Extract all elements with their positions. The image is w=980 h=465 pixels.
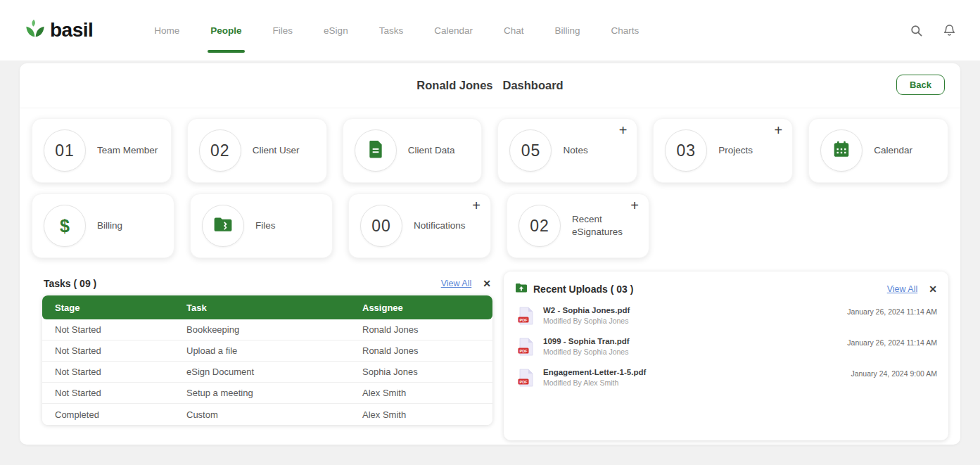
stat-card-billing[interactable]: $ Billing <box>32 193 174 258</box>
add-note-button[interactable]: + <box>619 123 628 137</box>
nav-item-calendar[interactable]: Calendar <box>433 21 474 40</box>
calendar-icon <box>832 140 851 161</box>
client-name: Ronald Jones <box>416 79 492 92</box>
nav-item-billing[interactable]: Billing <box>553 21 581 40</box>
icon-circle: $ <box>44 205 86 247</box>
card-label: Files <box>255 219 276 232</box>
icon-circle <box>355 129 397 172</box>
esignatures-count: 02 <box>530 217 549 236</box>
task-name: Setup a meeting <box>186 388 362 398</box>
card-label: Projects <box>718 144 753 157</box>
recent-uploads-panel: Recent Uploads ( 03 ) View All ✕ PDF <box>504 272 948 440</box>
nav-item-people[interactable]: People <box>209 21 243 40</box>
task-stage: Not Started <box>42 388 186 398</box>
dashboard-panel: Ronald Jones Dashboard Back 01 Team Memb… <box>20 63 960 445</box>
tasks-table: Stage Task Assignee Not Started Bookkeep… <box>42 295 492 425</box>
brand-name: basil <box>50 19 93 42</box>
nav-item-files[interactable]: Files <box>272 21 295 40</box>
uploads-view-all-link[interactable]: View All <box>887 284 918 294</box>
icon-circle <box>820 129 863 172</box>
stat-card-recent-esignatures[interactable]: + 02 Recent eSignatures <box>507 193 649 258</box>
stat-card-client-data[interactable]: Client Data <box>343 118 483 183</box>
icon-circle <box>202 205 244 247</box>
count-circle: 02 <box>518 205 561 247</box>
page-title-suffix: Dashboard <box>503 79 564 92</box>
main-nav: Home People Files eSign Tasks Calendar C… <box>153 21 640 40</box>
active-tab-underline <box>208 50 244 53</box>
card-label: Billing <box>97 219 122 232</box>
upload-file-row[interactable]: PDF W2 - Sophia Jones.pdf Modified By So… <box>514 301 938 332</box>
nav-item-tasks[interactable]: Tasks <box>378 21 405 40</box>
nav-item-esign[interactable]: eSign <box>322 21 350 40</box>
task-name: Upload a file <box>186 345 362 356</box>
task-row[interactable]: Not Started Bookkeeping Ronald Jones <box>42 319 492 340</box>
stat-card-notes[interactable]: + 05 Notes <box>497 118 637 183</box>
tasks-close-icon[interactable]: ✕ <box>483 278 491 289</box>
pdf-file-icon: PDF <box>518 338 533 359</box>
back-button[interactable]: Back <box>896 75 945 95</box>
svg-text:PDF: PDF <box>519 349 528 353</box>
task-row[interactable]: Not Started Setup a meeting Alex Smith <box>42 383 492 404</box>
top-nav-bar: basil Home People Files eSign Tasks Cale… <box>0 0 980 60</box>
card-label: Client Data <box>408 144 455 157</box>
stat-card-files[interactable]: Files <box>190 193 333 258</box>
tasks-table-header: Stage Task Assignee <box>42 295 492 319</box>
file-name: Engagement-Letter-1-5.pdf <box>543 368 646 376</box>
card-label: Notifications <box>414 219 466 232</box>
folder-icon <box>213 217 233 236</box>
column-header-task: Task <box>186 302 362 313</box>
notification-bell-icon[interactable] <box>943 23 956 37</box>
stat-card-team-member[interactable]: 01 Team Member <box>32 118 172 183</box>
nav-item-home[interactable]: Home <box>153 21 181 40</box>
add-notification-button[interactable]: + <box>472 198 481 212</box>
upload-file-row[interactable]: PDF Engagement-Letter-1-5.pdf Modified B… <box>514 363 938 394</box>
file-modified-by: Modified By Sophia Jones <box>543 317 630 325</box>
tasks-view-all-link[interactable]: View All <box>441 279 472 288</box>
pdf-file-icon: PDF <box>518 369 533 390</box>
task-stage: Not Started <box>42 367 186 377</box>
task-assignee: Alex Smith <box>362 388 492 398</box>
card-label: Notes <box>563 144 587 157</box>
folder-upload-icon <box>515 283 528 295</box>
card-label: Team Member <box>97 144 158 157</box>
file-info: 1099 - Sophia Tran.pdf Modified By Sophi… <box>543 337 630 356</box>
file-name: 1099 - Sophia Tran.pdf <box>543 337 630 345</box>
stat-card-projects[interactable]: + 03 Projects <box>653 118 793 183</box>
task-name: Custom <box>186 409 362 420</box>
search-icon[interactable] <box>910 24 923 37</box>
brand-logo[interactable]: basil <box>24 18 93 43</box>
task-stage: Not Started <box>42 345 186 356</box>
pdf-file-icon: PDF <box>518 307 533 328</box>
stat-card-calendar[interactable]: Calendar <box>808 118 948 183</box>
task-row[interactable]: Not Started Upload a file Ronald Jones <box>42 340 492 362</box>
task-name: eSign Document <box>186 367 362 377</box>
column-header-stage: Stage <box>42 302 186 313</box>
add-esignature-button[interactable]: + <box>630 198 639 212</box>
stat-card-client-user[interactable]: 02 Client User <box>187 118 327 183</box>
task-stage: Not Started <box>42 324 186 335</box>
stat-card-row-2: $ Billing Files + <box>32 193 948 258</box>
nav-item-charts[interactable]: Charts <box>610 21 641 40</box>
uploads-close-icon[interactable]: ✕ <box>929 284 937 295</box>
svg-text:PDF: PDF <box>519 380 528 384</box>
file-modified-by: Modified By Sophia Jones <box>543 348 630 356</box>
card-label: Recent eSignatures <box>572 213 642 238</box>
count-circle: 05 <box>509 129 552 172</box>
add-project-button[interactable]: + <box>774 123 782 137</box>
tasks-title: Tasks ( 09 ) <box>44 278 96 289</box>
stat-card-notifications[interactable]: + 00 Notifications <box>348 193 491 258</box>
task-row[interactable]: Completed Custom Alex Smith <box>42 404 492 425</box>
team-member-count: 01 <box>55 141 75 160</box>
card-label: Client User <box>253 144 300 157</box>
upload-file-row[interactable]: PDF 1099 - Sophia Tran.pdf Modified By S… <box>514 332 938 363</box>
task-row[interactable]: Not Started eSign Document Sophia Jones <box>42 362 492 383</box>
count-circle: 01 <box>44 129 86 172</box>
task-assignee: Ronald Jones <box>362 345 492 356</box>
client-user-count: 02 <box>210 141 230 160</box>
card-label: Calendar <box>874 144 912 157</box>
count-circle: 03 <box>665 129 707 172</box>
uploads-title: Recent Uploads ( 03 ) <box>533 284 633 295</box>
stat-cards-area: 01 Team Member 02 Client User <box>20 108 960 269</box>
nav-item-chat[interactable]: Chat <box>502 21 526 40</box>
tasks-panel: Tasks ( 09 ) View All ✕ Stage Task Assig… <box>42 272 492 425</box>
